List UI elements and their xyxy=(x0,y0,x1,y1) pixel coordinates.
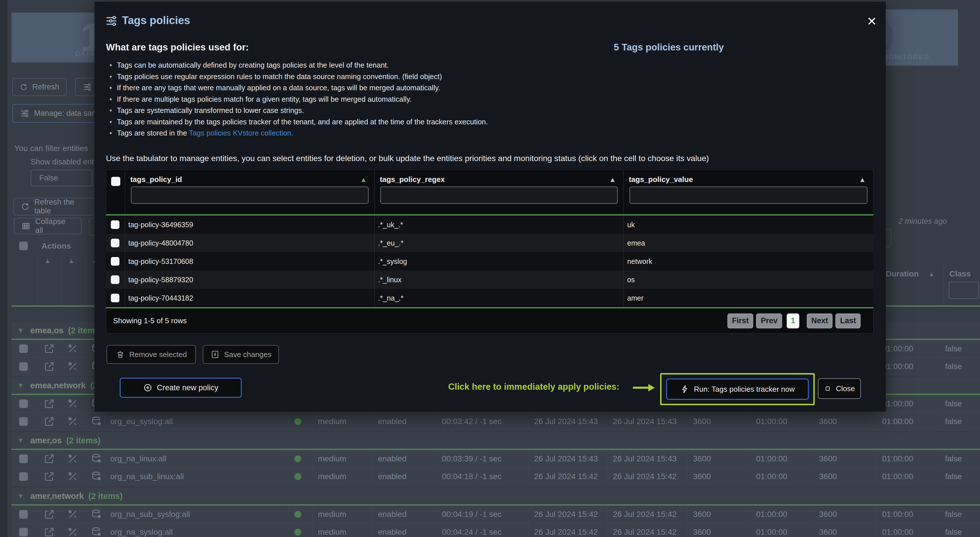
entity-row[interactable]: org_na_syslog:allmediumenabled00:04:24 /… xyxy=(11,523,980,537)
policy-row[interactable]: tag-policy-70443182.*_na_.*amer xyxy=(106,289,873,307)
column-header-regex[interactable]: tags_policy_regex ▲ xyxy=(375,170,624,214)
collapse-caret-icon[interactable]: ▼ xyxy=(17,437,24,445)
cell-t2[interactable]: 26 Jul 2024 15:43 xyxy=(613,450,677,467)
cell-t1[interactable]: 26 Jul 2024 15:42 xyxy=(534,505,598,523)
policy-id-cell[interactable]: tag-policy-70443182 xyxy=(125,289,375,307)
cell-v2[interactable]: 01:00:00 xyxy=(756,413,787,430)
value-filter-input[interactable] xyxy=(630,186,867,204)
row-checkbox[interactable] xyxy=(19,400,28,408)
entity-row[interactable]: org_na_sub_linux:allmediumenabled00:04:1… xyxy=(11,468,980,485)
cell-v3[interactable]: 3600 xyxy=(819,468,837,485)
page-button-prev[interactable]: Prev xyxy=(756,314,782,328)
cell-v3[interactable]: 3600 xyxy=(819,505,837,523)
tools-icon[interactable] xyxy=(67,361,78,372)
cell-name[interactable]: org_na_linux:all xyxy=(110,450,166,467)
open-entity-icon[interactable] xyxy=(43,361,55,372)
cell-name[interactable]: org_eu_syslog:all xyxy=(110,413,173,430)
cell-v4[interactable]: 01:00:00 xyxy=(882,523,913,537)
cell-priority[interactable]: medium xyxy=(318,523,347,537)
cell-priority[interactable]: medium xyxy=(318,450,347,467)
cell-v2[interactable]: 01:00:00 xyxy=(756,505,787,523)
tools-icon[interactable] xyxy=(67,453,78,465)
row-checkbox[interactable] xyxy=(111,276,119,284)
cell-v4[interactable]: 01:00:00 xyxy=(882,358,913,375)
policy-value-cell[interactable]: network xyxy=(624,252,873,271)
close-icon[interactable]: ✕ xyxy=(864,13,880,29)
collapse-caret-icon[interactable]: ▼ xyxy=(17,381,24,389)
tools-icon[interactable] xyxy=(67,471,78,482)
tools-icon[interactable] xyxy=(67,398,78,410)
cell-t1[interactable]: 26 Jul 2024 15:43 xyxy=(534,450,598,467)
cell-name[interactable]: org_na_sub_linux:all xyxy=(110,468,184,485)
close-modal-button[interactable]: Close xyxy=(818,378,861,399)
page-button-1[interactable]: 1 xyxy=(787,314,799,328)
row-checkbox[interactable] xyxy=(111,239,119,247)
tools-icon[interactable] xyxy=(67,416,78,427)
cell-state[interactable]: enabled xyxy=(378,450,407,467)
cell-cls[interactable]: false xyxy=(945,468,962,485)
policy-row[interactable]: tag-policy-53170608.*_syslognetwork xyxy=(106,252,873,271)
cell-v4[interactable]: 01:00:00 xyxy=(882,340,913,357)
cell-v4[interactable]: 01:00:00 xyxy=(882,450,913,467)
row-checkbox[interactable] xyxy=(111,257,119,266)
cell-state[interactable]: enabled xyxy=(378,505,407,523)
cell-priority[interactable]: medium xyxy=(318,413,347,430)
cell-cls[interactable]: false xyxy=(945,395,962,412)
cell-v4[interactable]: 01:00:00 xyxy=(882,413,913,430)
column-header-value[interactable]: tags_policy_value ▲ xyxy=(624,170,873,214)
select-all-checkbox[interactable] xyxy=(111,177,120,186)
policy-value-cell[interactable]: amer xyxy=(624,289,873,307)
cell-v3[interactable]: 3600 xyxy=(819,450,837,467)
policy-row[interactable]: tag-policy-58879320.*_linuxos xyxy=(106,271,873,289)
sort-asc-icon[interactable]: ▲ xyxy=(360,176,367,184)
cell-v4[interactable]: 01:00:00 xyxy=(882,395,913,412)
cell-t1[interactable]: 26 Jul 2024 15:42 xyxy=(534,468,598,485)
entity-row[interactable]: org_na_sub_syslog:allmediumenabled00:04:… xyxy=(11,505,980,523)
cell-cls[interactable]: false xyxy=(945,523,962,537)
run-tags-tracker-button[interactable]: Run: Tags policies tracker now xyxy=(666,379,809,400)
open-entity-icon[interactable] xyxy=(43,526,55,537)
policy-regex-cell[interactable]: .*_eu_.* xyxy=(375,234,624,252)
cell-t1[interactable]: 26 Jul 2024 15:43 xyxy=(534,413,598,430)
row-checkbox[interactable] xyxy=(19,417,28,426)
cell-v3[interactable]: 3600 xyxy=(819,413,837,430)
policy-value-cell[interactable]: emea xyxy=(624,234,873,252)
data-source-icon[interactable] xyxy=(91,508,102,520)
cell-lag[interactable]: 00:04:19 / -1 sec xyxy=(442,505,502,523)
data-source-icon[interactable] xyxy=(91,453,102,465)
policy-regex-cell[interactable]: .*_syslog xyxy=(375,252,624,271)
entity-row[interactable]: org_na_linux:allmediumenabled00:03:39 / … xyxy=(11,450,980,468)
cell-state[interactable]: enabled xyxy=(378,468,407,485)
cell-cls[interactable]: false xyxy=(945,358,962,375)
cell-v1[interactable]: 3600 xyxy=(693,413,711,430)
policy-value-cell[interactable]: os xyxy=(624,271,873,289)
cell-v3[interactable]: 3600 xyxy=(819,523,837,537)
row-checkbox[interactable] xyxy=(19,454,28,463)
row-checkbox[interactable] xyxy=(19,362,28,371)
cell-cls[interactable]: false xyxy=(945,340,962,357)
policy-row[interactable]: tag-policy-36496359.*_uk_.*uk xyxy=(106,215,873,234)
group-header-amer,os[interactable]: ▼amer,os(2 items) xyxy=(11,432,980,450)
create-new-policy-button[interactable]: Create new policy xyxy=(120,378,242,398)
cell-v2[interactable]: 01:00:00 xyxy=(756,468,787,485)
cell-t2[interactable]: 26 Jul 2024 15:42 xyxy=(613,523,677,537)
cell-v1[interactable]: 3600 xyxy=(693,505,711,523)
cell-t2[interactable]: 26 Jul 2024 15:42 xyxy=(613,468,677,485)
row-checkbox[interactable] xyxy=(19,528,28,536)
policy-row[interactable]: tag-policy-48004780.*_eu_.*emea xyxy=(106,234,873,252)
policy-regex-cell[interactable]: .*_linux xyxy=(375,271,624,289)
cell-t2[interactable]: 26 Jul 2024 15:42 xyxy=(613,505,677,523)
cell-t1[interactable]: 26 Jul 2024 15:42 xyxy=(534,523,598,537)
policy-id-cell[interactable]: tag-policy-48004780 xyxy=(125,234,375,252)
cell-v4[interactable]: 01:00:00 xyxy=(882,468,913,485)
cell-v1[interactable]: 3600 xyxy=(693,450,711,467)
row-checkbox[interactable] xyxy=(19,344,28,353)
cell-cls[interactable]: false xyxy=(945,505,962,523)
open-entity-icon[interactable] xyxy=(43,416,55,427)
row-checkbox[interactable] xyxy=(19,472,28,481)
page-button-last[interactable]: Last xyxy=(835,314,861,328)
cell-state[interactable]: enabled xyxy=(378,413,407,430)
kvstore-collection-link[interactable]: Tags policies KVstore collection. xyxy=(189,129,293,137)
collapse-caret-icon[interactable]: ▼ xyxy=(17,492,24,500)
sort-asc-icon[interactable]: ▲ xyxy=(609,176,616,184)
